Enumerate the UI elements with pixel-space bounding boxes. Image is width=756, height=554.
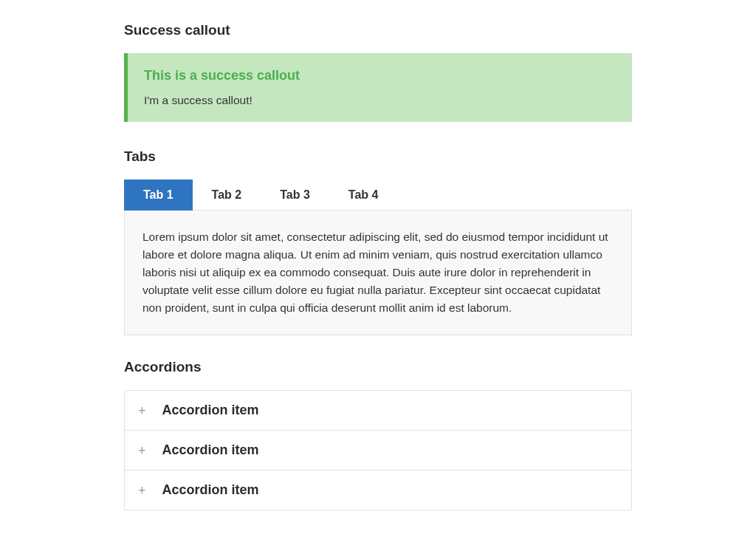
accordion-label: Accordion item bbox=[162, 482, 259, 498]
tab-4[interactable]: Tab 4 bbox=[329, 179, 398, 211]
accordion-label: Accordion item bbox=[162, 442, 259, 458]
tab-panel-text: Lorem ipsum dolor sit amet, consectetur … bbox=[142, 228, 614, 317]
tabs-container: Tab 1 Tab 2 Tab 3 Tab 4 Lorem ipsum dolo… bbox=[124, 179, 632, 335]
accordions-heading: Accordions bbox=[124, 359, 632, 375]
success-callout-heading: Success callout bbox=[124, 22, 632, 38]
tab-list: Tab 1 Tab 2 Tab 3 Tab 4 bbox=[124, 179, 632, 211]
accordion-list: + Accordion item + Accordion item + Acco… bbox=[124, 390, 632, 510]
callout-title: This is a success callout bbox=[144, 68, 616, 83]
plus-icon: + bbox=[138, 404, 146, 417]
callout-body: I'm a success callout! bbox=[144, 94, 616, 107]
accordion-item-3[interactable]: + Accordion item bbox=[125, 471, 631, 510]
tab-3[interactable]: Tab 3 bbox=[261, 179, 329, 211]
plus-icon: + bbox=[138, 444, 146, 457]
tabs-heading: Tabs bbox=[124, 148, 632, 165]
plus-icon: + bbox=[138, 484, 146, 497]
success-callout: This is a success callout I'm a success … bbox=[124, 53, 632, 122]
tab-panel: Lorem ipsum dolor sit amet, consectetur … bbox=[124, 210, 632, 335]
tab-2[interactable]: Tab 2 bbox=[193, 179, 261, 211]
tab-1[interactable]: Tab 1 bbox=[124, 179, 193, 211]
accordion-item-1[interactable]: + Accordion item bbox=[125, 391, 631, 431]
accordion-item-2[interactable]: + Accordion item bbox=[125, 431, 631, 471]
accordion-label: Accordion item bbox=[162, 403, 259, 418]
